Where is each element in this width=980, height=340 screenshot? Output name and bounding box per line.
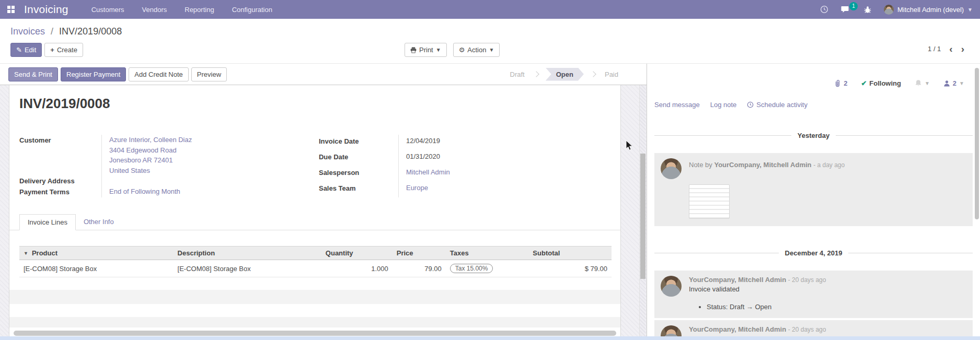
breadcrumb-separator: /	[51, 26, 53, 37]
message-body: Invoice validated	[689, 285, 826, 293]
follower-count: 2	[953, 79, 956, 87]
paperclip-icon	[834, 79, 841, 87]
user-menu[interactable]: Mitchell Admin (devel) ▼	[884, 5, 973, 15]
tab-invoice-lines[interactable]: Invoice Lines	[19, 214, 76, 230]
message-author[interactable]: YourCompany, Mitchell Admin	[689, 325, 786, 333]
message-prefix: Note by	[689, 161, 712, 169]
salesperson-value[interactable]: Mitchell Admin	[398, 166, 610, 182]
nav-menus: Customers Vendors Reporting Configuratio…	[91, 6, 272, 14]
activity-bell-button[interactable]: ▼	[915, 79, 930, 87]
message-author[interactable]: YourCompany, Mitchell Admin	[714, 161, 811, 169]
print-button[interactable]: Print ▼	[405, 43, 447, 57]
state-open[interactable]: Open	[546, 68, 584, 81]
col-taxes[interactable]: Taxes	[446, 247, 529, 260]
send-and-print-button[interactable]: Send & Print	[8, 67, 58, 81]
followers-person-icon	[943, 80, 950, 87]
table-row[interactable]: [E-COM08] Storage Box [E-COM08] Storage …	[19, 260, 612, 277]
author-avatar	[661, 158, 682, 179]
author-avatar	[661, 276, 682, 297]
horizontal-scrollbar[interactable]	[14, 331, 616, 336]
pager-value[interactable]: 1 / 1	[928, 45, 941, 53]
bell-icon	[915, 79, 922, 87]
messages-count-badge: 1	[849, 2, 858, 10]
breadcrumb-invoices[interactable]: Invoices	[10, 26, 45, 37]
apps-menu-icon[interactable]	[7, 6, 15, 13]
followers-button[interactable]: 2 ▼	[943, 79, 964, 87]
chevron-down-icon: ▼	[436, 45, 441, 54]
col-quantity[interactable]: Quantity	[321, 247, 393, 260]
col-description[interactable]: Description	[174, 247, 321, 260]
breadcrumb: Invoices / INV/2019/0008	[10, 26, 972, 37]
customer-value: Azure Interior, Colleen Diaz 3404 Edgewo…	[101, 135, 319, 175]
user-name: Mitchell Admin (devel)	[897, 6, 964, 14]
chevron-down-icon: ▼	[959, 80, 964, 86]
chatter-panel: 2 ✔ Following ▼ 2 ▼ Send message Log not…	[647, 64, 980, 340]
chevron-down-icon: ▼	[967, 7, 973, 13]
schedule-activity-button[interactable]: Schedule activity	[747, 101, 808, 109]
customer-name-link[interactable]: Azure Interior, Colleen Diaz	[109, 135, 319, 145]
menu-reporting[interactable]: Reporting	[185, 6, 214, 14]
menu-customers[interactable]: Customers	[91, 6, 124, 14]
tab-other-info[interactable]: Other Info	[76, 214, 122, 230]
col-price[interactable]: Price	[393, 247, 446, 260]
app-brand[interactable]: Invoicing	[24, 3, 68, 16]
action-button[interactable]: ⚙ Action ▼	[453, 43, 500, 57]
sales-team-label: Sales Team	[319, 182, 398, 197]
customer-street[interactable]: 3404 Edgewood Road	[109, 145, 319, 156]
chatter-toolbar: 2 ✔ Following ▼ 2 ▼	[647, 64, 980, 87]
invoice-title: INV/2019/0008	[19, 96, 610, 112]
breadcrumb-current: INV/2019/0008	[59, 26, 122, 37]
field-group-right: Invoice Date 12/04/2019 Due Date 01/31/2…	[319, 135, 610, 197]
activities-clock-icon[interactable]	[820, 5, 828, 14]
col-subtotal[interactable]: Subtotal	[528, 247, 612, 260]
send-message-button[interactable]: Send message	[654, 101, 700, 109]
add-credit-note-button[interactable]: Add Credit Note	[129, 67, 189, 81]
bottom-edge-band	[0, 336, 980, 340]
form-view-background: INV/2019/0008 Customer Azure Interior, C…	[0, 85, 647, 340]
message-author[interactable]: YourCompany, Mitchell Admin	[689, 276, 786, 284]
cell-quantity: 1.000	[321, 260, 393, 277]
create-button[interactable]: + Create	[44, 43, 83, 57]
state-arrow-icon	[533, 71, 539, 77]
message-meta: Note by YourCompany, Mitchell Admin - a …	[689, 158, 845, 179]
message-time: - 20 days ago	[788, 326, 826, 333]
customer-country[interactable]: United States	[109, 166, 319, 176]
register-payment-button[interactable]: Register Payment	[61, 67, 126, 81]
cell-taxes: Tax 15.00%	[446, 260, 529, 277]
top-navbar: Invoicing Customers Vendors Reporting Co…	[0, 0, 980, 19]
main-column: Send & Print Register Payment Add Credit…	[0, 64, 647, 340]
col-product[interactable]: ▼Product	[19, 247, 174, 260]
state-draft[interactable]: Draft	[508, 68, 527, 81]
cell-product: [E-COM08] Storage Box	[19, 260, 174, 277]
main-vertical-scrollbar-thumb[interactable]	[640, 154, 645, 279]
notebook-tabs: Invoice Lines Other Info	[9, 214, 620, 230]
customer-city[interactable]: Jonesboro AR 72401	[109, 155, 319, 166]
chatter-scrollbar-thumb[interactable]	[975, 68, 979, 219]
attachments-button[interactable]: 2	[834, 79, 847, 87]
spacer	[9, 277, 620, 290]
invoice-lines-table: ▼Product Description Quantity Price Taxe…	[19, 246, 612, 277]
messages-icon[interactable]: 1	[841, 6, 851, 14]
pager-previous-icon[interactable]: ‹	[949, 44, 952, 54]
main-vertical-scrollbar-track[interactable]	[639, 85, 646, 340]
chevron-down-icon: ▼	[489, 45, 494, 54]
printer-icon	[410, 47, 417, 53]
edit-button[interactable]: ✎ Edit	[10, 43, 42, 57]
menu-configuration[interactable]: Configuration	[232, 6, 272, 14]
log-note-button[interactable]: Log note	[710, 101, 737, 109]
preview-button[interactable]: Preview	[191, 67, 227, 81]
attachment-count: 2	[844, 79, 847, 87]
attachment-thumbnail[interactable]	[689, 184, 730, 219]
plus-icon: +	[50, 45, 54, 54]
state-paid[interactable]: Paid	[603, 68, 620, 81]
sales-team-value[interactable]: Europe	[398, 182, 610, 197]
empty-stripe	[9, 290, 620, 304]
following-button[interactable]: ✔ Following	[861, 79, 901, 87]
debug-bug-icon[interactable]	[864, 6, 871, 14]
payment-terms-value[interactable]: End of Following Month	[101, 186, 319, 197]
customer-label: Customer	[19, 135, 101, 175]
menu-vendors[interactable]: Vendors	[142, 6, 167, 14]
empty-stripe	[9, 317, 620, 327]
message-meta: YourCompany, Mitchell Admin - 20 days ag…	[689, 276, 826, 297]
pager-next-icon[interactable]: ›	[961, 44, 964, 54]
